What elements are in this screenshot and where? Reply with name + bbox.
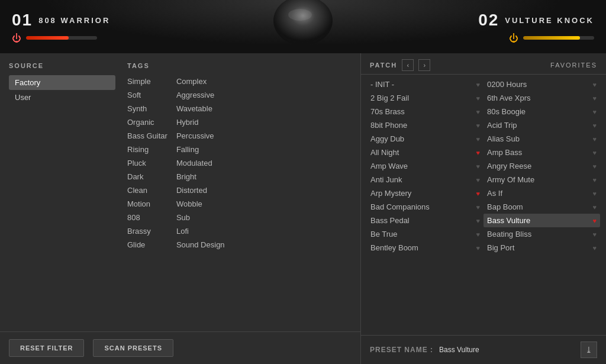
heart-icon[interactable]: ♥ xyxy=(592,231,597,238)
download-preset-button[interactable]: ⤓ xyxy=(581,342,597,358)
preset-arp-mystery[interactable]: Arp Mystery ♥ xyxy=(367,186,483,200)
preset-bap-boom[interactable]: Bap Boom ♥ xyxy=(483,200,600,214)
heart-icon[interactable]: ♥ xyxy=(592,95,597,102)
tag-brassy[interactable]: Brassy xyxy=(127,225,167,237)
preset-amp-wave[interactable]: Amp Wave ♥ xyxy=(367,159,483,173)
channel1-controls: ⏻ xyxy=(12,33,110,43)
heart-icon[interactable]: ♥ xyxy=(592,122,597,129)
preset-acid-trip[interactable]: Acid Trip ♥ xyxy=(483,118,600,132)
tag-dark[interactable]: Dark xyxy=(127,170,167,183)
preset-name: Amp Wave xyxy=(370,162,476,170)
scan-presets-button[interactable]: SCAN PRESETS xyxy=(93,339,173,357)
heart-icon[interactable]: ♥ xyxy=(592,244,597,252)
preset-8bit-phone[interactable]: 8bit Phone ♥ xyxy=(367,118,483,132)
heart-icon-filled[interactable]: ♥ xyxy=(476,190,480,197)
tag-clean[interactable]: Clean xyxy=(127,184,167,197)
preset-80s-boogie[interactable]: 80s Boogie ♥ xyxy=(483,105,600,118)
preset-70s-brass[interactable]: 70s Brass ♥ xyxy=(367,105,483,118)
heart-icon[interactable]: ♥ xyxy=(476,244,480,252)
preset-aggy-dub[interactable]: Aggy Dub ♥ xyxy=(367,132,483,146)
heart-icon[interactable]: ♥ xyxy=(476,136,480,143)
preset-6th-ave-xprs[interactable]: 6th Ave Xprs ♥ xyxy=(483,91,600,105)
heart-icon[interactable]: ♥ xyxy=(592,81,597,88)
heart-icon[interactable]: ♥ xyxy=(592,176,597,183)
tag-rising[interactable]: Rising xyxy=(127,143,167,156)
tag-wavetable[interactable]: Wavetable xyxy=(176,102,225,115)
preset-as-if[interactable]: As If ♥ xyxy=(483,186,600,200)
preset-name: Be True xyxy=(370,230,476,239)
preset-beating-bliss[interactable]: Beating Bliss ♥ xyxy=(483,227,600,241)
channel1-header: 01 808 WARRIOR xyxy=(12,11,110,30)
tag-distorted[interactable]: Distorted xyxy=(176,184,225,197)
tag-sound-design[interactable]: Sound Design xyxy=(176,239,225,251)
preset-angry-reese[interactable]: Angry Reese ♥ xyxy=(483,159,600,173)
preset-bad-companions[interactable]: Bad Companions ♥ xyxy=(367,200,483,214)
preset-army-of-mute[interactable]: Army Of Mute ♥ xyxy=(483,173,600,186)
heart-icon[interactable]: ♥ xyxy=(476,176,480,183)
channel2-power-icon[interactable]: ⏻ xyxy=(509,33,518,43)
tag-simple[interactable]: Simple xyxy=(127,75,167,88)
svg-point-1 xyxy=(288,9,312,21)
tag-modulated[interactable]: Modulated xyxy=(176,157,225,169)
heart-icon[interactable]: ♥ xyxy=(592,108,597,115)
heart-icon[interactable]: ♥ xyxy=(476,204,480,211)
reset-filter-button[interactable]: RESET FILTER xyxy=(9,339,84,357)
patch-next-button[interactable]: › xyxy=(418,59,430,71)
heart-icon[interactable]: ♥ xyxy=(476,231,480,238)
tag-bright[interactable]: Bright xyxy=(176,170,225,183)
heart-icon[interactable]: ♥ xyxy=(476,217,480,224)
tag-soft[interactable]: Soft xyxy=(127,89,167,101)
tag-percussive[interactable]: Percussive xyxy=(176,130,225,142)
preset-alias-sub[interactable]: Alias Sub ♥ xyxy=(483,132,600,146)
tag-organic[interactable]: Organic xyxy=(127,116,167,128)
tag-motion[interactable]: Motion xyxy=(127,198,167,210)
preset-anti-junk[interactable]: Anti Junk ♥ xyxy=(367,173,483,186)
source-user[interactable]: User xyxy=(9,90,115,105)
heart-icon[interactable]: ♥ xyxy=(592,136,597,143)
preset-name: 6th Ave Xprs xyxy=(487,94,592,102)
preset-bass-pedal[interactable]: Bass Pedal ♥ xyxy=(367,214,483,227)
tag-wobble[interactable]: Wobble xyxy=(176,198,225,210)
heart-icon[interactable]: ♥ xyxy=(592,204,597,211)
preset-name: Beating Bliss xyxy=(487,230,592,239)
tag-hybrid[interactable]: Hybrid xyxy=(176,116,225,128)
patch-prev-button[interactable]: ‹ xyxy=(402,59,414,71)
preset-name: 0200 Hours xyxy=(487,80,592,89)
favorites-button[interactable]: FAVORITES xyxy=(550,62,597,69)
heart-icon[interactable]: ♥ xyxy=(476,122,480,129)
heart-icon[interactable]: ♥ xyxy=(592,190,597,197)
heart-icon-filled[interactable]: ♥ xyxy=(476,149,480,156)
preset-name: Acid Trip xyxy=(487,121,592,130)
tag-aggressive[interactable]: Aggressive xyxy=(176,89,225,101)
tag-glide[interactable]: Glide xyxy=(127,239,167,251)
preset-grid: - INIT - ♥ 0200 Hours ♥ 2 Big 2 Fail ♥ 6… xyxy=(367,78,600,255)
heart-icon[interactable]: ♥ xyxy=(476,108,480,115)
heart-icon[interactable]: ♥ xyxy=(476,95,480,102)
preset-2-big-2-fail[interactable]: 2 Big 2 Fail ♥ xyxy=(367,91,483,105)
preset-init[interactable]: - INIT - ♥ xyxy=(367,78,483,91)
tags-col2: Complex Aggressive Wavetable Hybrid Perc… xyxy=(176,75,225,251)
heart-icon[interactable]: ♥ xyxy=(476,163,480,170)
tag-synth[interactable]: Synth xyxy=(127,102,167,115)
preset-bentley-boom[interactable]: Bentley Boom ♥ xyxy=(367,241,483,255)
tag-lofi[interactable]: Lofi xyxy=(176,225,225,237)
channel1-power-icon[interactable]: ⏻ xyxy=(12,33,21,43)
preset-0200-hours[interactable]: 0200 Hours ♥ xyxy=(483,78,600,91)
tag-complex[interactable]: Complex xyxy=(176,75,225,88)
preset-big-port[interactable]: Big Port ♥ xyxy=(483,241,600,255)
source-factory[interactable]: Factory xyxy=(9,75,115,90)
preset-be-true[interactable]: Be True ♥ xyxy=(367,227,483,241)
preset-all-night[interactable]: All Night ♥ xyxy=(367,146,483,159)
tag-bass-guitar[interactable]: Bass Guitar xyxy=(127,130,167,142)
heart-icon[interactable]: ♥ xyxy=(476,81,480,88)
heart-icon-filled[interactable]: ♥ xyxy=(592,217,597,224)
heart-icon[interactable]: ♥ xyxy=(592,149,597,156)
preset-bass-vulture[interactable]: Bass Vulture ♥ xyxy=(483,214,600,227)
heart-icon[interactable]: ♥ xyxy=(592,163,597,170)
tag-sub[interactable]: Sub xyxy=(176,211,225,224)
tag-falling[interactable]: Falling xyxy=(176,143,225,156)
preset-amp-bass[interactable]: Amp Bass ♥ xyxy=(483,146,600,159)
channel2-info: 02 VULTURE KNOCK ⏻ xyxy=(478,11,594,43)
tag-808[interactable]: 808 xyxy=(127,211,167,224)
tag-pluck[interactable]: Pluck xyxy=(127,157,167,169)
